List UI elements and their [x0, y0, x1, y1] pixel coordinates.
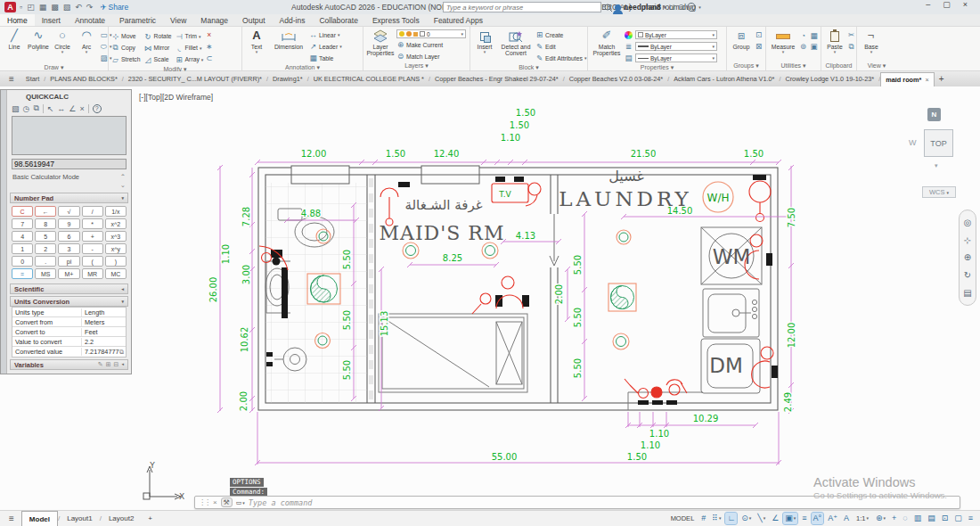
calc-key-←[interactable]: ←	[35, 206, 56, 217]
undo-icon[interactable]: ↶	[75, 0, 82, 14]
customization-icon[interactable]: ≡	[967, 513, 975, 524]
share-button[interactable]: ✈ Share	[100, 3, 128, 12]
quickcalc-history-box[interactable]	[12, 116, 127, 155]
drawing-area[interactable]: [-][Top][2D Wireframe]	[0, 86, 980, 510]
ribbon-tab-collaborate[interactable]: Collaborate	[312, 14, 364, 26]
calc-key-5[interactable]: 5	[35, 231, 56, 242]
insert-block-button[interactable]: Insert▾	[473, 29, 496, 53]
calc-key-=[interactable]: =	[12, 268, 33, 279]
view-panel-title[interactable]: View ▾	[857, 62, 896, 70]
calc-key-MS[interactable]: MS	[35, 268, 56, 279]
model-space-toggle[interactable]: MODEL	[668, 513, 698, 524]
object-color-dropdown[interactable]: ByLayer▾	[635, 30, 717, 39]
calc-key-M+[interactable]: M+	[58, 268, 79, 279]
restore-button[interactable]: ▢	[943, 0, 951, 9]
lineweight-icon[interactable]: ≡	[800, 513, 808, 524]
calc-key-7[interactable]: 7	[12, 218, 33, 229]
open-file-icon[interactable]: ◰	[27, 0, 35, 14]
snap-mode-icon[interactable]: ⠿▾	[710, 513, 723, 524]
zoom-icon[interactable]: ⊕	[964, 252, 971, 262]
calc-key-1/x[interactable]: 1/x	[105, 206, 127, 217]
linear-dim-tool[interactable]: ↔Linear▾	[309, 29, 342, 40]
clear-history-icon[interactable]: ◷	[23, 104, 30, 113]
file-tab-9[interactable]: maid room*×	[880, 72, 934, 86]
array-tool[interactable]: ⊞Array▾	[176, 53, 204, 65]
layers-panel-title[interactable]: Layers ▾	[363, 62, 470, 70]
file-tab-6[interactable]: Copper Beaches V2.0 03-08-24*	[565, 72, 667, 86]
trusted-source-icon[interactable]: ⊡	[940, 513, 951, 524]
collapse-icon[interactable]: ◂	[121, 361, 124, 368]
navigation-wheel-icon[interactable]: ◎	[964, 218, 972, 227]
leader-tool[interactable]: ↗Leader▾	[309, 41, 342, 52]
clean-screen-icon[interactable]: ▢	[952, 513, 964, 524]
ribbon-tab-manage[interactable]: Manage	[193, 14, 235, 26]
app-store-icon[interactable]: ⊔	[669, 3, 675, 12]
palette-grip[interactable]	[1, 90, 7, 374]
angle-icon[interactable]: ∠	[69, 104, 76, 113]
ribbon-tab-home[interactable]: Home	[0, 14, 35, 26]
utilities-extra-icon-2[interactable]: ⊚	[799, 42, 807, 51]
annotation-icon[interactable]: A	[842, 513, 851, 524]
autodesk-access-icon[interactable]: ⊚	[678, 3, 685, 12]
calc-key-0[interactable]: 0	[12, 256, 33, 267]
calc-key-([interactable]: (	[82, 256, 103, 267]
annotation-autoscale-icon[interactable]: A⁺	[826, 513, 839, 524]
get-coordinates-icon[interactable]: ↖	[47, 104, 54, 113]
utilities-extra-icon-3[interactable]: ▣	[810, 42, 818, 51]
viewcube-top-face[interactable]: TOP	[924, 129, 953, 157]
utilities-extra-icon-1[interactable]: ▦	[810, 31, 818, 40]
grid-display-icon[interactable]: #	[699, 513, 707, 524]
ribbon-tab-view[interactable]: View	[163, 14, 193, 26]
group-button[interactable]: ⧈ Group	[730, 29, 753, 50]
command-input[interactable]: Type a command	[249, 498, 313, 507]
mirror-tool[interactable]: ⋈Mirror	[144, 42, 172, 53]
group-extra-tool-1[interactable]: ⊠	[755, 41, 763, 52]
dimension-tool[interactable]: Dimension	[270, 29, 307, 50]
graphics-performance-icon[interactable]: ▥	[912, 513, 924, 524]
copy-tool[interactable]: ⧉Copy	[111, 42, 141, 53]
redo-icon[interactable]: ↷	[86, 0, 94, 14]
floor-plan-canvas[interactable]: 1.501.501.1012.001.5012.4021.501.5014.50…	[0, 86, 980, 510]
calc-key-*[interactable]: *	[82, 218, 103, 229]
distance-between-points-icon[interactable]: ↔	[57, 104, 65, 113]
calc-key-8[interactable]: 8	[35, 218, 56, 229]
utilities-extra-icon-0[interactable]: ◔	[799, 31, 807, 40]
layout-tab-model[interactable]: Model	[21, 511, 58, 526]
help-caret-icon[interactable]: ▾	[698, 4, 701, 10]
orbit-icon[interactable]: ↻	[964, 270, 971, 280]
search-input[interactable]	[443, 2, 601, 12]
file-tab-3[interactable]: Drawing1*	[268, 72, 307, 86]
paste-value-icon[interactable]: ⧉	[33, 103, 38, 113]
units-row-value[interactable]: Feet	[82, 328, 126, 336]
fillet-tool[interactable]: ◟Fillet▾	[176, 42, 204, 53]
clipboard-extra-tool-0[interactable]: ✂	[847, 29, 855, 40]
file-tab-2[interactable]: 2320 - SECURITY_ C...M LAYOUT (FIVERR)*	[124, 72, 266, 86]
match-properties-button[interactable]: ✐ Match Properties	[591, 29, 623, 57]
calc-key-)[interactable]: )	[105, 256, 127, 267]
polyline-tool[interactable]: ∿Polyline	[27, 29, 50, 53]
intersection-icon[interactable]: ×	[79, 104, 84, 113]
variables-toolbar-icon[interactable]: ⊟	[114, 361, 119, 368]
ribbon-tab-featured-apps[interactable]: Featured Apps	[427, 14, 490, 26]
help-icon[interactable]: ?	[687, 3, 696, 12]
object-snap-tracking-icon[interactable]: ∠	[770, 513, 780, 524]
make-current-button[interactable]: ⊕Make Current	[396, 39, 466, 50]
calc-key-pi[interactable]: pi	[58, 256, 79, 267]
isodraft-icon[interactable]: ╲▾	[755, 513, 767, 524]
group-extra-tool-0[interactable]: ⊡	[755, 29, 763, 40]
file-tab-8[interactable]: Crowley Lodge V1.0 19-10-23*	[780, 72, 878, 86]
block-edit-tool[interactable]: ✎Edit	[535, 41, 586, 52]
calc-key-MC[interactable]: MC	[105, 268, 127, 279]
close-button[interactable]: ×	[963, 0, 968, 9]
groups-panel-title[interactable]: Groups ▾	[727, 62, 765, 70]
isolate-objects-icon[interactable]: ◌	[901, 513, 909, 524]
clear-icon[interactable]: ▧	[12, 104, 20, 113]
command-grip-icon[interactable]: ⋮⋮	[199, 498, 209, 506]
return-value-icon[interactable]: ⧉	[119, 349, 126, 356]
ribbon-tab-express-tools[interactable]: Express Tools	[365, 14, 427, 26]
polar-tracking-icon[interactable]: ⊙▾	[739, 513, 753, 524]
new-file-icon[interactable]: ▫	[20, 0, 22, 14]
units-conversion-header[interactable]: Units Conversion▾	[10, 296, 128, 307]
workspace-switching-icon[interactable]: ⊛▾	[874, 513, 887, 524]
layout-tabs-menu-icon[interactable]: ≡	[0, 514, 21, 523]
